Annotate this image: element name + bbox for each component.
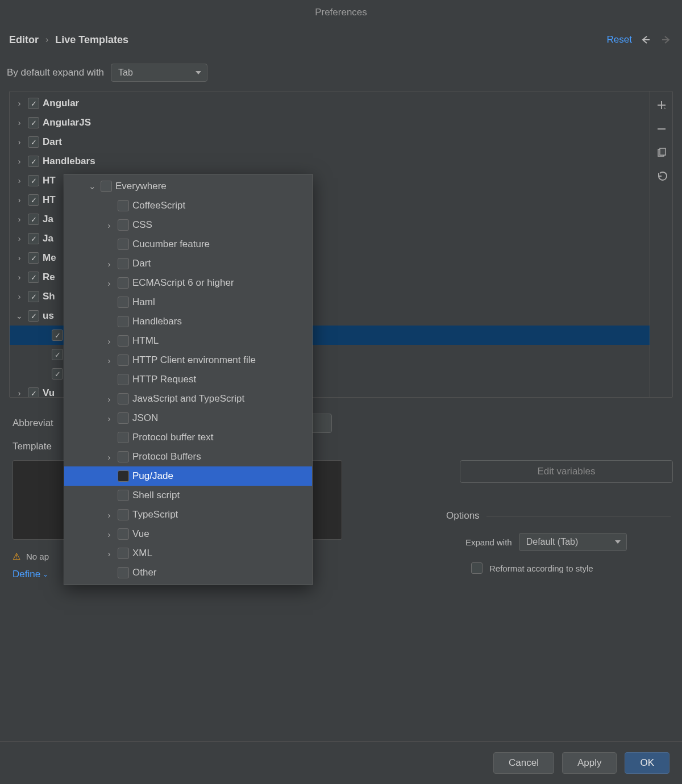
tree-checkbox[interactable] bbox=[28, 214, 39, 225]
popup-checkbox[interactable] bbox=[118, 432, 129, 443]
tree-checkbox[interactable] bbox=[28, 310, 39, 322]
chevron-right-icon[interactable]: › bbox=[14, 233, 24, 244]
popup-item[interactable]: ⌄Everywhere bbox=[64, 177, 312, 196]
popup-checkbox[interactable] bbox=[118, 297, 129, 308]
popup-checkbox[interactable] bbox=[118, 316, 129, 327]
chevron-right-icon[interactable]: › bbox=[14, 272, 24, 282]
popup-checkbox[interactable] bbox=[118, 470, 129, 482]
chevron-right-icon[interactable]: › bbox=[14, 214, 24, 224]
revert-icon[interactable] bbox=[655, 170, 668, 184]
popup-checkbox[interactable] bbox=[118, 548, 129, 559]
reformat-checkbox[interactable] bbox=[471, 562, 483, 574]
expand-with-option-select[interactable]: Default (Tab) bbox=[519, 533, 627, 551]
tree-checkbox[interactable] bbox=[28, 98, 39, 109]
chevron-right-icon[interactable]: › bbox=[14, 137, 24, 147]
popup-item[interactable]: ›CSS bbox=[64, 215, 312, 235]
edit-variables-button[interactable]: Edit variables bbox=[460, 460, 673, 483]
popup-checkbox[interactable] bbox=[118, 509, 129, 520]
popup-item[interactable]: ›JavaScript and TypeScript bbox=[64, 389, 312, 408]
popup-item[interactable]: ›HTML bbox=[64, 331, 312, 351]
popup-item[interactable]: Pug/Jade bbox=[64, 466, 312, 486]
popup-item[interactable]: ›ECMAScript 6 or higher bbox=[64, 273, 312, 293]
chevron-right-icon[interactable]: › bbox=[104, 394, 114, 404]
chevron-right-icon[interactable]: › bbox=[14, 253, 24, 263]
popup-item[interactable]: Protocol buffer text bbox=[64, 428, 312, 447]
tree-checkbox[interactable] bbox=[52, 330, 63, 341]
popup-item[interactable]: ›XML bbox=[64, 544, 312, 563]
popup-item[interactable]: HTTP Request bbox=[64, 370, 312, 389]
popup-item[interactable]: Handlebars bbox=[64, 312, 312, 331]
chevron-right-icon[interactable]: › bbox=[104, 356, 114, 365]
popup-checkbox[interactable] bbox=[118, 451, 129, 462]
chevron-right-icon[interactable]: › bbox=[14, 176, 24, 186]
remove-icon[interactable] bbox=[655, 122, 668, 136]
chevron-right-icon[interactable]: › bbox=[14, 156, 24, 166]
chevron-right-icon[interactable]: › bbox=[14, 195, 24, 205]
popup-checkbox[interactable] bbox=[118, 277, 129, 289]
chevron-right-icon[interactable]: › bbox=[104, 452, 114, 462]
popup-checkbox[interactable] bbox=[118, 490, 129, 501]
chevron-right-icon[interactable]: › bbox=[104, 220, 114, 230]
tree-checkbox[interactable] bbox=[28, 252, 39, 264]
popup-checkbox[interactable] bbox=[118, 528, 129, 540]
popup-item[interactable]: ›Protocol Buffers bbox=[64, 447, 312, 466]
chevron-down-icon[interactable]: ⌄ bbox=[87, 181, 97, 191]
popup-checkbox[interactable] bbox=[118, 412, 129, 424]
popup-item[interactable]: ›JSON bbox=[64, 408, 312, 428]
popup-item[interactable]: ›Dart bbox=[64, 254, 312, 273]
cancel-button[interactable]: Cancel bbox=[493, 752, 554, 774]
chevron-right-icon[interactable]: › bbox=[104, 336, 114, 346]
tree-checkbox[interactable] bbox=[28, 233, 39, 244]
tree-row[interactable]: ›Angular bbox=[10, 94, 650, 113]
popup-checkbox[interactable] bbox=[101, 181, 112, 192]
copy-icon[interactable] bbox=[655, 146, 668, 160]
tree-checkbox[interactable] bbox=[28, 194, 39, 206]
popup-item[interactable]: ›HTTP Client environment file bbox=[64, 351, 312, 370]
popup-item[interactable]: Other bbox=[64, 563, 312, 582]
tree-checkbox[interactable] bbox=[28, 387, 39, 397]
tree-row[interactable]: ›AngularJS bbox=[10, 113, 650, 132]
popup-item[interactable]: Shell script bbox=[64, 486, 312, 505]
popup-checkbox[interactable] bbox=[118, 374, 129, 385]
popup-checkbox[interactable] bbox=[118, 219, 129, 231]
popup-checkbox[interactable] bbox=[118, 239, 129, 250]
add-icon[interactable] bbox=[655, 98, 668, 112]
popup-item[interactable]: ›Vue bbox=[64, 524, 312, 544]
tree-checkbox[interactable] bbox=[28, 117, 39, 128]
context-popup[interactable]: ⌄EverywhereCoffeeScript›CSSCucumber feat… bbox=[64, 174, 313, 585]
popup-checkbox[interactable] bbox=[118, 355, 129, 366]
chevron-right-icon[interactable]: › bbox=[14, 98, 24, 109]
breadcrumb-parent[interactable]: Editor bbox=[9, 34, 39, 46]
popup-item[interactable]: CoffeeScript bbox=[64, 196, 312, 215]
chevron-right-icon[interactable]: › bbox=[104, 510, 114, 520]
ok-button[interactable]: OK bbox=[625, 752, 669, 774]
tree-checkbox[interactable] bbox=[28, 136, 39, 148]
chevron-right-icon[interactable]: › bbox=[14, 388, 24, 397]
chevron-right-icon[interactable]: › bbox=[104, 278, 114, 288]
popup-checkbox[interactable] bbox=[118, 393, 129, 404]
tree-checkbox[interactable] bbox=[28, 272, 39, 283]
chevron-right-icon[interactable]: › bbox=[104, 529, 114, 539]
popup-checkbox[interactable] bbox=[118, 200, 129, 211]
tree-checkbox[interactable] bbox=[28, 156, 39, 167]
reset-link[interactable]: Reset bbox=[607, 34, 632, 45]
popup-checkbox[interactable] bbox=[118, 567, 129, 578]
tree-row[interactable]: ›Dart bbox=[10, 132, 650, 152]
chevron-down-icon[interactable]: ⌄ bbox=[14, 311, 24, 321]
tree-checkbox[interactable] bbox=[28, 175, 39, 186]
chevron-right-icon[interactable]: › bbox=[104, 549, 114, 558]
popup-checkbox[interactable] bbox=[118, 335, 129, 347]
chevron-right-icon[interactable]: › bbox=[104, 259, 114, 269]
popup-checkbox[interactable] bbox=[118, 258, 129, 269]
expand-with-select[interactable]: Tab bbox=[111, 64, 207, 82]
chevron-right-icon[interactable]: › bbox=[14, 291, 24, 302]
tree-checkbox[interactable] bbox=[28, 291, 39, 302]
tree-row[interactable]: ›Handlebars bbox=[10, 152, 650, 171]
popup-item[interactable]: Cucumber feature bbox=[64, 235, 312, 254]
popup-item[interactable]: Haml bbox=[64, 293, 312, 312]
popup-item[interactable]: ›TypeScript bbox=[64, 505, 312, 524]
tree-checkbox[interactable] bbox=[52, 368, 63, 380]
chevron-right-icon[interactable]: › bbox=[14, 118, 24, 128]
chevron-right-icon[interactable]: › bbox=[104, 414, 114, 423]
apply-button[interactable]: Apply bbox=[562, 752, 617, 774]
